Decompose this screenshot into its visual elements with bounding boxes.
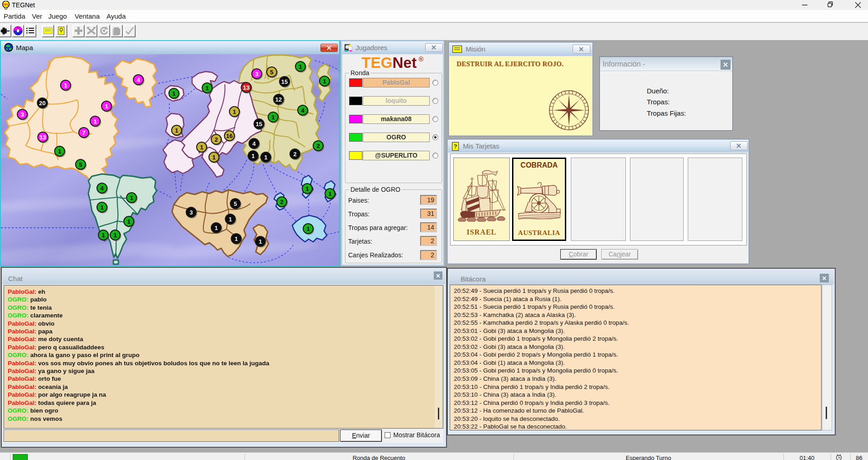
svg-text:1: 1 — [233, 108, 236, 115]
svg-text:1: 1 — [93, 118, 96, 125]
svg-text:2: 2 — [214, 136, 218, 143]
svg-text:1: 1 — [102, 232, 105, 239]
svg-text:5: 5 — [270, 69, 273, 76]
svg-text:1: 1 — [323, 78, 326, 85]
svg-text:4: 4 — [137, 77, 140, 83]
svg-text:5: 5 — [79, 161, 82, 168]
svg-text:13: 13 — [243, 84, 249, 91]
svg-text:1: 1 — [100, 204, 103, 211]
svg-text:2: 2 — [280, 199, 283, 205]
svg-text:1: 1 — [328, 190, 331, 197]
svg-text:1: 1 — [205, 85, 208, 92]
svg-text:4: 4 — [301, 107, 305, 114]
svg-text:4: 4 — [100, 185, 104, 192]
svg-text:20: 20 — [39, 100, 46, 107]
svg-text:1: 1 — [214, 225, 218, 231]
svg-text:1: 1 — [105, 103, 108, 110]
svg-text:1: 1 — [271, 114, 274, 121]
svg-text:1: 1 — [306, 225, 310, 232]
svg-text:1: 1 — [299, 63, 302, 70]
svg-text:1: 1 — [200, 144, 203, 151]
svg-text:1: 1 — [228, 216, 232, 223]
svg-text:1: 1 — [264, 154, 267, 161]
svg-text:1: 1 — [64, 82, 67, 89]
svg-text:1: 1 — [251, 153, 254, 159]
svg-text:1: 1 — [212, 154, 215, 161]
svg-text:3: 3 — [20, 111, 24, 118]
svg-text:13: 13 — [40, 134, 46, 141]
svg-text:15: 15 — [281, 78, 288, 85]
svg-text:2: 2 — [293, 151, 296, 158]
svg-text:2: 2 — [316, 143, 320, 149]
svg-text:3: 3 — [255, 71, 258, 77]
svg-text:12: 12 — [275, 96, 282, 103]
svg-text:TEG: TEG — [3, 3, 9, 6]
svg-text:7: 7 — [82, 129, 85, 136]
svg-text:1: 1 — [172, 90, 175, 97]
svg-text:1: 1 — [58, 148, 61, 155]
svg-text:1: 1 — [130, 194, 133, 201]
svg-text:1: 1 — [113, 232, 117, 239]
svg-text:3: 3 — [189, 209, 193, 216]
svg-text:4: 4 — [252, 140, 256, 147]
svg-text:5: 5 — [233, 200, 237, 207]
svg-text:1: 1 — [234, 235, 238, 242]
svg-text:15: 15 — [256, 121, 262, 128]
svg-text:1: 1 — [259, 238, 262, 245]
svg-text:1: 1 — [305, 185, 309, 192]
svg-text:16: 16 — [226, 133, 233, 139]
svg-text:1: 1 — [127, 218, 130, 225]
svg-text:1: 1 — [175, 127, 178, 134]
